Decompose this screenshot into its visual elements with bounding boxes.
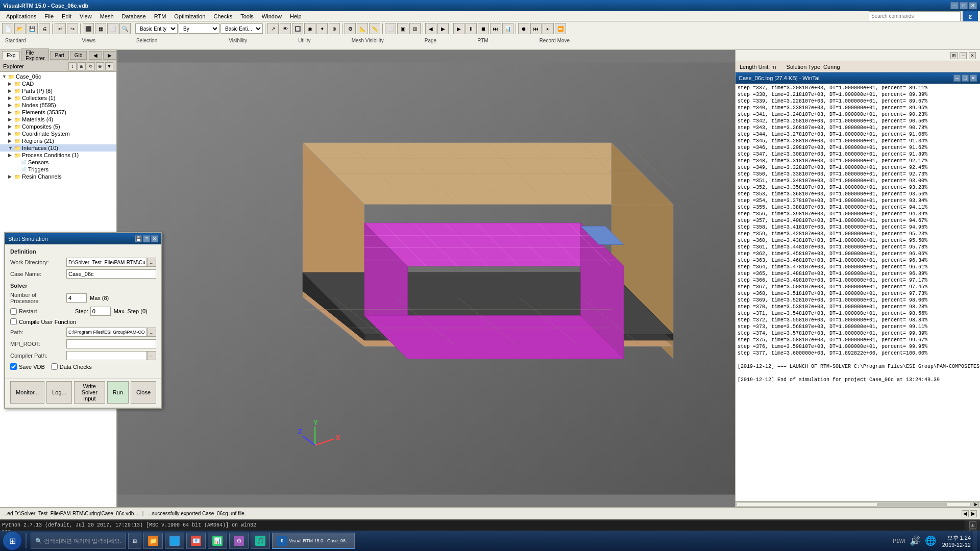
tree-item-resin[interactable]: ▶ 📁 Resin Channels	[0, 173, 116, 180]
toolbar-util3-btn[interactable]: 📏	[369, 23, 380, 34]
close-button[interactable]: Close	[131, 381, 156, 404]
log-button[interactable]: Log...	[46, 381, 72, 404]
tree-item-nodes[interactable]: ▶ 📁 Nodes (8595)	[0, 102, 116, 109]
scroll-right-btn[interactable]: ▶	[973, 502, 979, 507]
menu-view[interactable]: View	[76, 12, 96, 20]
step-input[interactable]	[90, 307, 111, 316]
path-input[interactable]	[66, 328, 147, 337]
toolbar-page1-btn[interactable]: ◀	[425, 23, 436, 34]
toolbar-rec4-btn[interactable]: ⏩	[555, 23, 566, 34]
toolbar-new-btn[interactable]: 📄	[2, 23, 13, 34]
entity-type-dropdown[interactable]: Basic Entity	[135, 23, 178, 34]
panel-nav-next[interactable]: ▶	[103, 51, 116, 60]
toolbar-page2-btn[interactable]: ▶	[437, 23, 449, 34]
log-minimize-btn[interactable]: ─	[953, 74, 961, 82]
toolbar-vis2-btn[interactable]: 🔲	[292, 23, 303, 34]
tree-item-regions[interactable]: ▶ 📁 Regions (21)	[0, 137, 116, 144]
case-name-input[interactable]	[66, 269, 156, 279]
tree-item-materials[interactable]: ▶ 📁 Materials (4)	[0, 116, 116, 123]
menu-window[interactable]: Window	[258, 12, 286, 20]
panel-nav-prev[interactable]: ◀	[89, 51, 102, 60]
toolbar-vis3-btn[interactable]: ◉	[304, 23, 315, 34]
num-proc-input[interactable]	[66, 293, 87, 303]
tab-gib[interactable]: Gib	[70, 51, 87, 60]
log-panel-close-btn[interactable]: ✕	[969, 52, 976, 59]
tree-item-collectors[interactable]: ▶ 📁 Collectors (1)	[0, 94, 116, 102]
toolbar-view1-btn[interactable]: ⬛	[83, 23, 94, 34]
save-vdb-checkbox[interactable]	[10, 363, 17, 370]
tree-item-process-cond[interactable]: ▶ 📁 Process Conditions (1)	[0, 152, 116, 159]
toolbar-view2-btn[interactable]: ▦	[95, 23, 106, 34]
menu-database[interactable]: Database	[118, 12, 150, 20]
search-taskbar-btn[interactable]: 🔍 검색하려면 여기에 입력하세요.	[31, 533, 126, 549]
toolbar-vis4-btn[interactable]: ✦	[316, 23, 328, 34]
tree-item-case[interactable]: ▼ 📁 Case_06c	[0, 73, 116, 80]
search-input[interactable]	[869, 11, 961, 21]
tab-exp[interactable]: Exp	[2, 51, 20, 60]
work-dir-input[interactable]	[66, 258, 147, 267]
status-bar-btn1[interactable]: ◀	[962, 510, 969, 517]
taskbar-app1-btn[interactable]: 📁	[143, 533, 163, 549]
close-button[interactable]: ✕	[969, 2, 977, 9]
toolbar-undo-btn[interactable]: ↩	[55, 23, 66, 34]
toolbar-rtm1-btn[interactable]: ▶	[453, 23, 464, 34]
menu-file[interactable]: File	[40, 12, 58, 20]
write-solver-input-button[interactable]: Write Solver Input	[74, 381, 105, 404]
menu-edit[interactable]: Edit	[58, 12, 76, 20]
monitor-button[interactable]: Monitor...	[10, 381, 44, 404]
tree-item-sensors[interactable]: 📄 Sensors	[0, 159, 116, 166]
log-content[interactable]: step =337, time=3.208107e+03, DT=1.00000…	[736, 84, 980, 501]
toolbar-vis5-btn[interactable]: ⊕	[329, 23, 340, 34]
restart-checkbox[interactable]	[10, 308, 17, 315]
toolbar-redo-btn[interactable]: ↪	[67, 23, 78, 34]
right-panel-btn1[interactable]: ▲	[969, 521, 976, 529]
menu-help[interactable]: Help	[286, 12, 306, 20]
toolbar-view3-btn[interactable]: ⬜	[107, 23, 118, 34]
toolbar-rtm5-btn[interactable]: 📊	[502, 23, 513, 34]
toolbar-rtm2-btn[interactable]: ⏸	[465, 23, 477, 34]
task-view-btn[interactable]: ⊞	[128, 533, 141, 549]
log-panel-min-btn[interactable]: ─	[960, 52, 967, 59]
tree-item-triggers[interactable]: 📄 Triggers	[0, 166, 116, 173]
log-panel-float-btn[interactable]: ⊞	[950, 52, 958, 59]
status-bar-btn2[interactable]: ▶	[970, 510, 977, 517]
sim-close-btn[interactable]: ✕	[151, 235, 158, 242]
explorer-toolbar-btn5[interactable]: ▼	[105, 62, 113, 70]
minimize-button[interactable]: ─	[950, 2, 959, 9]
toolbar-rtm3-btn[interactable]: ⏹	[478, 23, 489, 34]
log-close-btn[interactable]: ✕	[970, 74, 977, 82]
tree-item-parts[interactable]: ▶ 📁 Parts (P) (8)	[0, 87, 116, 94]
sim-help-btn[interactable]: 💾	[135, 235, 142, 242]
taskbar-app6-btn[interactable]: 🎵	[251, 533, 270, 549]
tree-item-coord[interactable]: ▶ 📁 Coordinate System	[0, 130, 116, 137]
explorer-toolbar-btn3[interactable]: ↻	[87, 62, 95, 70]
work-dir-browse[interactable]: ...	[147, 258, 156, 267]
taskbar-app3-btn[interactable]: 📧	[186, 533, 206, 549]
path-browse[interactable]: ...	[147, 328, 156, 337]
menu-checks[interactable]: Checks	[209, 12, 236, 20]
toolbar-rec3-btn[interactable]: ⏯	[543, 23, 554, 34]
tree-item-elements[interactable]: ▶ 📁 Elements (35357)	[0, 109, 116, 116]
compiler-browse[interactable]: ...	[147, 351, 156, 360]
data-checks-checkbox[interactable]	[51, 363, 58, 370]
tree-item-composites[interactable]: ▶ 📁 Composites (5)	[0, 123, 116, 130]
entity2-dropdown[interactable]: Basic Enti...	[220, 23, 263, 34]
toolbar-mesh3-btn[interactable]: ⊞	[409, 23, 421, 34]
toolbar-rec2-btn[interactable]: ⏮	[530, 23, 542, 34]
toolbar-open-btn[interactable]: 📂	[14, 23, 26, 34]
compile-checkbox[interactable]	[10, 318, 17, 325]
taskbar-app5-btn[interactable]: ⚙	[229, 533, 249, 549]
show-desktop-btn[interactable]	[973, 531, 977, 551]
mpi-root-input[interactable]	[66, 339, 156, 348]
toolbar-mesh1-btn[interactable]: ⬜	[385, 23, 396, 34]
run-button[interactable]: Run	[107, 381, 129, 404]
taskbar-app2-btn[interactable]: 🌐	[165, 533, 184, 549]
menu-mesh[interactable]: Mesh	[96, 12, 118, 20]
toolbar-select-btn[interactable]: ↗	[267, 23, 279, 34]
maximize-button[interactable]: □	[960, 2, 968, 9]
taskbar-visualrtm-btn[interactable]: ε Visual-RTM 15.0 - Case_06c.vdb	[272, 533, 355, 549]
start-button[interactable]: ⊞	[3, 532, 21, 550]
tree-item-interfaces[interactable]: ▼ 📁 Interfaces (10)	[0, 144, 116, 152]
menu-rtm[interactable]: RTM	[150, 12, 170, 20]
sim-question-btn[interactable]: ?	[143, 235, 150, 242]
